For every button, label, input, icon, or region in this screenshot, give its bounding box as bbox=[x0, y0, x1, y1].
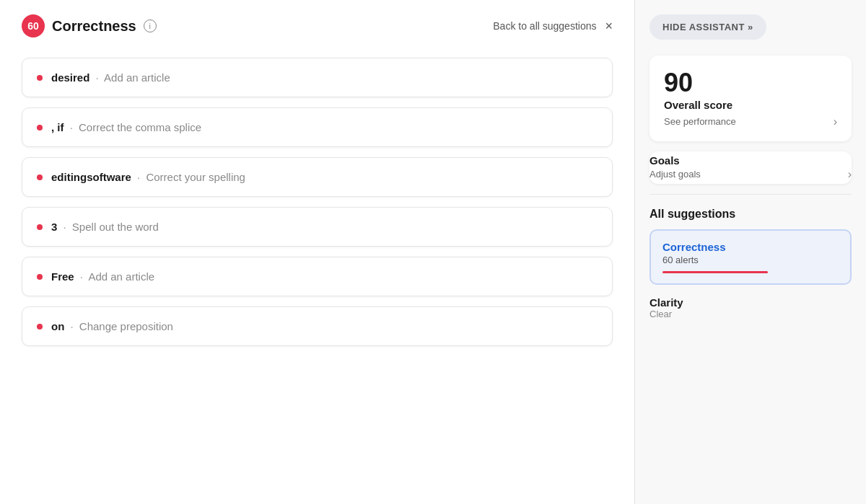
correctness-underline bbox=[662, 271, 768, 273]
correctness-alert-count: 60 alerts bbox=[662, 255, 839, 265]
adjust-goals-link[interactable]: Adjust goals › bbox=[650, 168, 852, 181]
suggestion-keyword: editingsoftware bbox=[51, 171, 131, 183]
suggestion-text: Free · Add an article bbox=[51, 270, 154, 283]
all-suggestions-label: All suggestions bbox=[650, 208, 852, 221]
suggestion-desc: Correct the comma splice bbox=[79, 121, 201, 133]
goals-card: Goals Adjust goals › bbox=[650, 151, 852, 184]
alert-dot bbox=[37, 75, 43, 81]
hide-assistant-button[interactable]: HIDE ASSISTANT » bbox=[650, 14, 766, 40]
alert-dot bbox=[37, 224, 43, 230]
suggestion-separator: · bbox=[70, 121, 73, 133]
suggestion-keyword: on bbox=[51, 320, 64, 332]
chevron-right-icon: › bbox=[848, 168, 852, 181]
suggestion-text: desired · Add an article bbox=[51, 71, 170, 84]
info-icon[interactable]: i bbox=[144, 19, 157, 32]
suggestion-text: , if · Correct the comma splice bbox=[51, 121, 201, 133]
chevron-right-icon: › bbox=[834, 115, 837, 128]
suggestion-text: on · Change preposition bbox=[51, 320, 173, 332]
suggestion-text: 3 · Spell out the word bbox=[51, 221, 159, 233]
suggestion-keyword: 3 bbox=[51, 221, 57, 233]
correctness-badge: 60 bbox=[22, 14, 45, 37]
divider bbox=[650, 194, 852, 195]
suggestion-card-spell-out[interactable]: 3 · Spell out the word bbox=[22, 207, 613, 247]
score-card: 90 Overall score See performance › bbox=[650, 56, 852, 141]
header-left: 60 Correctness i bbox=[22, 14, 157, 37]
suggestion-desc: Add an article bbox=[88, 270, 154, 283]
suggestion-card-comma-splice[interactable]: , if · Correct the comma splice bbox=[22, 107, 613, 147]
overall-score-label: Overall score bbox=[664, 99, 837, 111]
main-panel: 60 Correctness i Back to all suggestions… bbox=[0, 0, 635, 504]
suggestion-separator: · bbox=[137, 171, 140, 183]
alert-dot bbox=[37, 274, 43, 280]
alert-dot bbox=[37, 174, 43, 180]
suggestion-desc: Correct your spelling bbox=[146, 171, 245, 183]
suggestion-card-free[interactable]: Free · Add an article bbox=[22, 257, 613, 296]
adjust-goals-text: Adjust goals bbox=[650, 169, 701, 180]
suggestion-card-spelling[interactable]: editingsoftware · Correct your spelling bbox=[22, 157, 613, 197]
suggestion-separator: · bbox=[64, 221, 66, 233]
clarity-title: Clarity bbox=[650, 296, 852, 309]
suggestion-keyword: Free bbox=[51, 270, 74, 283]
alert-dot bbox=[37, 324, 43, 330]
goals-title: Goals bbox=[650, 154, 852, 167]
suggestion-desc: Spell out the word bbox=[72, 221, 159, 233]
clarity-status: Clear bbox=[650, 309, 852, 319]
correctness-category-title: Correctness bbox=[662, 241, 839, 253]
back-label: Back to all suggestions bbox=[493, 20, 596, 32]
suggestion-keyword: , if bbox=[51, 121, 64, 133]
suggestion-separator: · bbox=[96, 71, 99, 84]
suggestion-desc: Change preposition bbox=[79, 320, 173, 332]
clarity-section: Clarity Clear bbox=[650, 292, 852, 324]
right-panel: HIDE ASSISTANT » 90 Overall score See pe… bbox=[635, 0, 866, 504]
suggestion-separator: · bbox=[71, 320, 74, 332]
suggestion-card-desired[interactable]: desired · Add an article bbox=[22, 58, 613, 97]
see-performance-link[interactable]: See performance › bbox=[664, 115, 837, 128]
correctness-category-card[interactable]: Correctness 60 alerts bbox=[650, 229, 852, 285]
alert-dot bbox=[37, 125, 43, 131]
suggestion-text: editingsoftware · Correct your spelling bbox=[51, 171, 245, 183]
overall-score-number: 90 bbox=[664, 68, 837, 97]
suggestion-separator: · bbox=[80, 270, 83, 283]
back-to-suggestions-link[interactable]: Back to all suggestions × bbox=[493, 19, 613, 34]
header-title: Correctness bbox=[52, 18, 136, 35]
see-performance-text: See performance bbox=[664, 116, 736, 127]
suggestion-desc: Add an article bbox=[104, 71, 170, 84]
close-icon[interactable]: × bbox=[605, 19, 613, 34]
suggestion-keyword: desired bbox=[51, 71, 89, 84]
suggestion-card-preposition[interactable]: on · Change preposition bbox=[22, 306, 613, 346]
suggestions-header: 60 Correctness i Back to all suggestions… bbox=[22, 14, 613, 45]
